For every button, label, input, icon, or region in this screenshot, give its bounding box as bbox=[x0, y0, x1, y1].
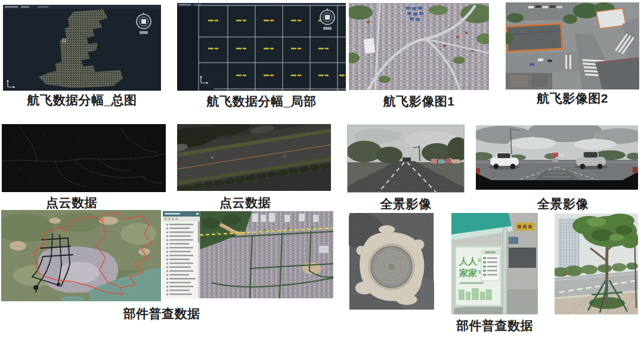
figure-pointcloud-map bbox=[2, 124, 166, 192]
survey-busstop-photo-image: 人人 家家 bbox=[451, 213, 538, 314]
figure-aerial-sheet-local bbox=[177, 3, 346, 91]
caption-aerial-sheet-local: 航飞数据分幅_局部 bbox=[177, 93, 346, 110]
caption-aerial-image-1: 航飞影像图1 bbox=[349, 93, 489, 110]
figure-survey-manhole-photo bbox=[349, 213, 434, 310]
survey-gis-app-image bbox=[163, 211, 333, 298]
caption-pointcloud-map: 点云数据 bbox=[0, 194, 143, 211]
caption-aerial-sheet-overview: 航飞数据分幅_总图 bbox=[3, 92, 161, 109]
figure-survey-boundary-map bbox=[1, 210, 161, 301]
aerial-sheet-overview-image bbox=[3, 5, 161, 91]
aerial-sheet-local-image bbox=[177, 3, 346, 91]
caption-aerial-image-2: 航飞影像图2 bbox=[506, 90, 639, 107]
caption-panorama-360: 全景影像 bbox=[482, 196, 644, 212]
survey-manhole-photo-image bbox=[349, 213, 434, 310]
figure-pointcloud-road bbox=[177, 124, 331, 191]
figure-survey-busstop-photo: 人人 家家 bbox=[451, 213, 538, 314]
pointcloud-road-image bbox=[177, 124, 331, 191]
aerial-image-2-image bbox=[506, 2, 639, 89]
figure-board: 航飞数据分幅_总图 航飞数据分幅_局部 航飞影像图1 航飞影像图2 bbox=[0, 0, 644, 346]
aerial-image-1-image bbox=[349, 3, 489, 90]
caption-survey-photos: 部件普查数据 bbox=[451, 317, 538, 334]
survey-streettree-photo-image bbox=[555, 214, 638, 314]
figure-survey-streettree-photo bbox=[555, 214, 638, 314]
caption-survey-left-pair: 部件普查数据 bbox=[81, 305, 242, 322]
panorama-360-image bbox=[476, 125, 638, 190]
figure-aerial-image-2 bbox=[506, 2, 639, 89]
pointcloud-map-image bbox=[2, 124, 166, 192]
panorama-street-image bbox=[348, 125, 464, 192]
figure-panorama-360 bbox=[476, 125, 638, 190]
figure-aerial-image-1 bbox=[349, 3, 489, 90]
survey-boundary-map-image bbox=[1, 210, 161, 301]
figure-survey-gis-app bbox=[163, 211, 333, 298]
figure-aerial-sheet-overview bbox=[3, 5, 161, 91]
caption-panorama-street: 全景影像 bbox=[348, 196, 464, 212]
caption-pointcloud-road: 点云数据 bbox=[168, 194, 322, 211]
figure-panorama-street bbox=[348, 125, 464, 192]
